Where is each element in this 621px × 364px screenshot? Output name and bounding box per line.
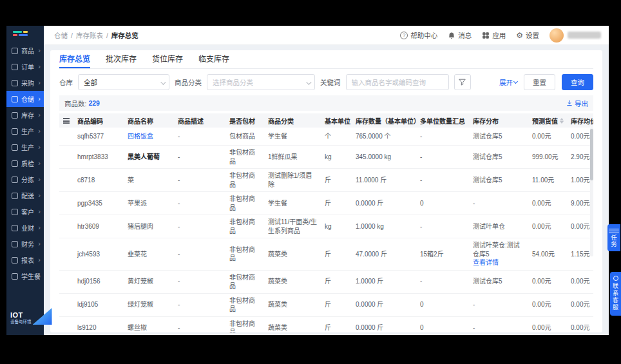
- cell-multi: 0: [416, 321, 469, 332]
- inventory-icon: [12, 112, 18, 119]
- keyword-input[interactable]: [346, 74, 449, 90]
- sidebar-item-purchase[interactable]: 采购›: [6, 75, 44, 91]
- category-label: 商品分类: [175, 77, 202, 87]
- table-row: jch4593韭菜花-非包材商品蔬菜类斤47.0000 斤15箱2斤测试叶菜仓:…: [59, 238, 593, 271]
- cell-avg: 0.00元: [567, 298, 593, 312]
- column-header-desc: 商品描述: [174, 114, 225, 128]
- breadcrumb-item[interactable]: 仓储: [54, 30, 68, 40]
- avatar: [549, 28, 564, 43]
- settings-button[interactable]: ⚙ 设置: [516, 30, 539, 40]
- cell-code: ls9120: [73, 321, 124, 332]
- chevron-down-icon: [160, 79, 166, 84]
- sidebar-menu: 商品›订单›采购›仓储›库存›生产›生产›质检›分拣›配送›客户›业财›财务›报…: [6, 43, 44, 284]
- column-settings-icon: [63, 118, 70, 124]
- count-strip: 商品数: 229 导出: [59, 95, 593, 111]
- sidebar-item-products[interactable]: 商品›: [6, 43, 44, 59]
- sidebar-item-reports[interactable]: 报表›: [6, 252, 44, 268]
- cell-multi: -: [416, 274, 469, 289]
- warehouse-select[interactable]: 全部: [78, 74, 169, 90]
- tab-1[interactable]: 批次库存: [106, 50, 137, 68]
- cell-name: 黄灯笼椒: [124, 274, 174, 289]
- chevron-right-icon: ›: [38, 47, 41, 54]
- chevron-right-icon: ›: [38, 176, 41, 183]
- view-detail-link[interactable]: 查看详情: [473, 258, 524, 267]
- chevron-down-icon: [306, 79, 311, 84]
- search-button[interactable]: 查询: [562, 74, 593, 90]
- cell-distribution: 测试仓库5: [469, 129, 528, 144]
- cell-unit: 斤: [321, 298, 352, 312]
- warehouse-icon: [12, 96, 18, 102]
- customer-service-floating-button[interactable]: 联系客服: [610, 272, 621, 316]
- expand-toggle[interactable]: 展开: [499, 77, 517, 87]
- column-header-multi: 多单位数量汇总: [416, 114, 469, 128]
- cell-value: 0.00元: [528, 220, 567, 234]
- tasks-floating-button[interactable]: 任务: [607, 224, 620, 251]
- apps-grid-icon: [482, 32, 490, 39]
- cell-qty: 1.0000 斤: [352, 274, 416, 289]
- sidebar-item-delivery[interactable]: 配送›: [6, 187, 44, 204]
- user-menu[interactable]: [549, 28, 601, 43]
- filter-funnel-button[interactable]: [454, 74, 471, 90]
- cell-value: 0.00元: [528, 298, 567, 312]
- cell-qty: 0.0000 斤: [352, 196, 416, 211]
- cell-packing: 包材商品: [225, 129, 264, 144]
- vertical-scrollbar-thumb[interactable]: [590, 129, 593, 180]
- sidebar-item-finance[interactable]: 财务›: [6, 236, 44, 252]
- apps-button[interactable]: 应用: [482, 30, 506, 40]
- tab-3[interactable]: 临支库存: [198, 50, 229, 68]
- sidebar-item-orders[interactable]: 订单›: [6, 59, 44, 75]
- cell-category: 蔬菜类: [264, 247, 321, 262]
- chevron-right-icon: ›: [38, 79, 41, 86]
- inventory-card: 库存总览批次库存货位库存临支库存 仓库 全部 商品分类 选择商品分类 关键词: [50, 50, 602, 332]
- production-icon: [12, 144, 18, 151]
- main-content: 库存总览批次库存货位库存临支库存 仓库 全部 商品分类 选择商品分类 关键词: [44, 45, 609, 335]
- sidebar-item-customers[interactable]: 客户›: [6, 204, 44, 220]
- biz-finance-icon: [12, 225, 18, 231]
- finance-icon: [12, 241, 18, 247]
- cell-multi: -: [416, 173, 469, 187]
- cell-unit: 斤: [321, 321, 352, 332]
- sidebar-item-warehouse[interactable]: 仓储›: [6, 91, 44, 107]
- column-header-dist: 库存分布: [469, 114, 528, 128]
- column-header-avg[interactable]: 库存均价: [567, 114, 593, 128]
- reports-icon: [12, 257, 18, 263]
- cell-qty: 0.0000 斤: [352, 298, 416, 312]
- sidebar-item-production-2[interactable]: 生产›: [6, 139, 44, 155]
- help-center-button[interactable]: ? 帮助中心: [400, 30, 437, 40]
- cell-desc: -: [174, 196, 225, 211]
- sidebar-item-sorting[interactable]: 分拣›: [6, 171, 44, 187]
- sidebar-item-inventory[interactable]: 库存›: [6, 107, 44, 123]
- column-header-qty[interactable]: 库存数量（基本单位）: [352, 114, 416, 128]
- sidebar-item-production-1[interactable]: 生产›: [6, 123, 44, 139]
- cell-avg: 0.00元: [567, 274, 593, 289]
- tab-2[interactable]: 货位库存: [152, 50, 183, 68]
- sidebar-item-biz-finance[interactable]: 业财›: [6, 220, 44, 236]
- cell-name[interactable]: 四格饭盒: [124, 129, 174, 144]
- cell-unit: 斤: [321, 173, 352, 187]
- chevron-right-icon: ›: [38, 63, 41, 70]
- reset-button[interactable]: 重置: [524, 74, 555, 90]
- table-row: pgp3435苹果派-非包材商品学生餐斤0.0000 斤0-0.00元9.00元: [59, 192, 593, 215]
- chevron-down-icon: [513, 79, 518, 84]
- column-header-unit: 基本单位: [321, 114, 352, 128]
- sidebar-item-quality[interactable]: 质检›: [6, 155, 44, 171]
- breadcrumb-item[interactable]: 库存账表: [76, 30, 103, 40]
- category-select[interactable]: 选择商品分类: [207, 74, 315, 90]
- sort-icons[interactable]: [560, 118, 564, 124]
- cell-code: c8718: [73, 173, 124, 187]
- column-settings-button[interactable]: [59, 116, 73, 126]
- messages-button[interactable]: 消息: [448, 30, 472, 40]
- tab-bar: 库存总览批次库存货位库存临支库存: [59, 50, 593, 69]
- cell-desc: -: [174, 150, 225, 164]
- iot-title: IOT: [10, 311, 23, 319]
- cell-unit: 个: [321, 129, 352, 144]
- sidebar-item-student-meals[interactable]: 学生餐: [6, 268, 44, 284]
- cell-packing: 非包材商品: [225, 192, 264, 215]
- cell-packing: 非包材商品: [225, 146, 264, 168]
- column-header-value[interactable]: 预测货值: [528, 114, 567, 128]
- tab-0[interactable]: 库存总览: [59, 50, 90, 68]
- export-button[interactable]: 导出: [566, 99, 588, 108]
- vertical-scrollbar: [590, 128, 593, 256]
- cell-code: hdj0156: [73, 274, 124, 289]
- app-window: 商品›订单›采购›仓储›库存›生产›生产›质检›分拣›配送›客户›业财›财务›报…: [6, 26, 609, 335]
